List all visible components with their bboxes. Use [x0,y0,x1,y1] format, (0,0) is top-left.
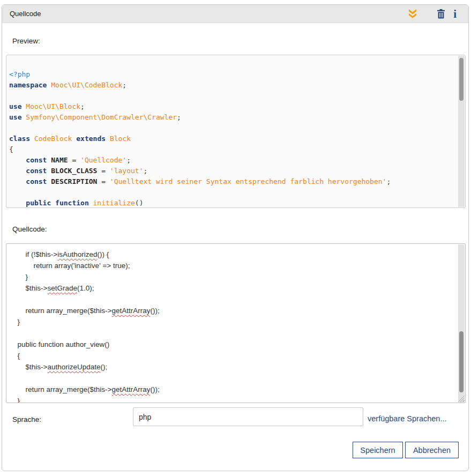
sprache-label: Sprache: [12,415,41,423]
preview-scrollbar[interactable] [458,56,465,207]
editor-scrollbar[interactable] [458,244,465,402]
cancel-button[interactable]: Abbrechen [405,442,459,458]
info-icon[interactable]: i [453,9,457,19]
editor-scrollbar-thumb[interactable] [459,331,463,393]
save-button[interactable]: Speichern [353,442,403,458]
code-preview-pane[interactable]: <?phpnamespace Mooc\UI\CodeBlock; use Mo… [6,55,466,208]
preview-code: <?phpnamespace Mooc\UI\CodeBlock; use Mo… [6,55,465,208]
quellcode-block-dialog: Quellcode i Preview: [2,4,469,471]
trash-icon[interactable] [437,9,445,19]
preview-scrollbar-thumb[interactable] [459,58,463,101]
preview-label: Preview: [12,37,40,45]
header-actions: i [407,8,457,19]
quellcode-label: Quellcode: [12,225,47,233]
dialog-header: Quellcode i [2,5,468,23]
available-languages-link[interactable]: verfügbare Sprachen... [368,414,447,423]
double-chevron-down-icon[interactable] [407,8,418,19]
sprache-input[interactable] [133,407,363,426]
quellcode-text: if (!$this->isAuthorized()) { return arr… [6,244,465,403]
dialog-title: Quellcode [10,10,41,18]
quellcode-textarea[interactable]: if (!$this->isAuthorized()) { return arr… [6,243,466,403]
